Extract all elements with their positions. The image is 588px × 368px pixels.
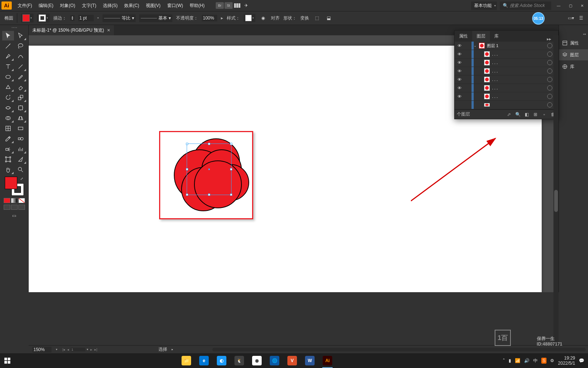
libraries-panel-tab[interactable]: 库: [559, 61, 588, 72]
zoom-input[interactable]: [32, 347, 51, 353]
shape-label[interactable]: 形状：: [283, 15, 297, 21]
maximize-button[interactable]: ▢: [566, 2, 575, 9]
tray-volume-icon[interactable]: 🔊: [524, 358, 530, 363]
tray-wifi-icon[interactable]: 📶: [515, 358, 520, 363]
tab-close-icon[interactable]: ✕: [107, 28, 110, 33]
ellipse-tool[interactable]: [2, 72, 14, 82]
menu-window[interactable]: 窗口(W): [164, 1, 186, 10]
horizontal-scrollbar[interactable]: [212, 348, 586, 351]
layer-sub-row[interactable]: 👁. . .: [455, 67, 558, 75]
prev-artboard-icon[interactable]: ◂: [67, 348, 70, 351]
visibility-toggle-icon[interactable]: 👁: [455, 60, 464, 65]
recolor-artwork-icon[interactable]: ◉: [259, 14, 267, 22]
search-stock-input[interactable]: 🔍 搜索 Adobe Stock: [500, 1, 551, 10]
isolate-icon[interactable]: ⬚: [313, 14, 321, 22]
solid-color-button[interactable]: [4, 198, 10, 203]
layer-sub-row[interactable]: 👁. . .: [455, 92, 558, 101]
panel-tab-layers[interactable]: 图层: [472, 31, 490, 42]
first-artboard-icon[interactable]: |◂: [62, 348, 66, 351]
search-layer-icon[interactable]: 🔍: [515, 112, 521, 117]
layer-sub-row[interactable]: [455, 101, 558, 109]
fill-stroke-swatches[interactable]: ⤢: [5, 177, 24, 196]
visibility-toggle-icon[interactable]: 👁: [455, 52, 464, 56]
visibility-toggle-icon[interactable]: 👁: [455, 43, 464, 48]
free-transform-tool[interactable]: [15, 103, 26, 113]
layer-sub-row[interactable]: 👁. . .: [455, 84, 558, 92]
layers-panel-tab[interactable]: 图层: [559, 49, 588, 60]
curvature-tool[interactable]: [15, 52, 26, 61]
visibility-toggle-icon[interactable]: 👁: [455, 77, 464, 82]
layer-row-top[interactable]: 👁 图层 1: [455, 42, 558, 50]
document-tab[interactable]: 未标题-1* @ 150% (RGB/GPU 预览) ✕: [29, 25, 114, 35]
opacity-input[interactable]: [202, 15, 217, 21]
stroke-stepper[interactable]: ▴▾: [70, 15, 75, 21]
menu-effect[interactable]: 效果(C): [121, 1, 142, 10]
artboard-number-input[interactable]: 1: [71, 348, 85, 351]
selection-tool[interactable]: [2, 31, 14, 40]
pen-tool[interactable]: [2, 52, 14, 61]
stock-icon[interactable]: St: [225, 2, 233, 9]
workspace-switcher[interactable]: 基本功能: [471, 1, 497, 10]
draw-inside-icon[interactable]: [18, 205, 25, 210]
screen-mode-button[interactable]: ▭: [9, 212, 19, 219]
draw-behind-icon[interactable]: [11, 205, 18, 210]
fill-swatch[interactable]: ▾: [21, 14, 33, 22]
direct-selection-tool[interactable]: [15, 31, 26, 40]
target-icon[interactable]: [547, 43, 552, 48]
menu-edit[interactable]: 编辑(E): [36, 1, 56, 10]
tray-clock[interactable]: 19:29 2022/5/1: [558, 355, 575, 366]
shape-builder-tool[interactable]: [2, 113, 14, 123]
next-artboard-icon[interactable]: ▸: [90, 348, 93, 351]
make-clip-mask-icon[interactable]: ◧: [524, 112, 530, 117]
style-dropdown[interactable]: ▾: [244, 14, 255, 22]
type-tool[interactable]: [2, 62, 14, 71]
paintbrush-tool[interactable]: [15, 72, 26, 82]
opacity-chevron-icon[interactable]: ▶: [221, 17, 223, 20]
menu-view[interactable]: 视图(V): [143, 1, 164, 10]
hand-tool[interactable]: [2, 165, 14, 174]
mesh-tool[interactable]: [2, 124, 14, 133]
taskbar-word-icon[interactable]: W: [302, 353, 318, 368]
eyedropper-tool[interactable]: [2, 134, 14, 144]
visibility-toggle-icon[interactable]: 👁: [455, 94, 464, 99]
align-label[interactable]: 对齐: [271, 15, 280, 21]
none-color-button[interactable]: [18, 198, 25, 203]
visibility-toggle-icon[interactable]: 👁: [455, 86, 464, 90]
visibility-toggle-icon[interactable]: 👁: [455, 69, 464, 73]
vertical-scrollbar[interactable]: [553, 35, 559, 345]
locate-object-icon[interactable]: ⬀: [506, 112, 512, 117]
draw-normal-icon[interactable]: [4, 205, 10, 210]
column-graph-tool[interactable]: [15, 144, 26, 154]
minimize-button[interactable]: —: [554, 2, 563, 9]
new-sublayer-icon[interactable]: ⊞: [533, 112, 538, 117]
line-segment-tool[interactable]: [15, 62, 26, 71]
tray-settings-icon[interactable]: ⚙: [550, 358, 554, 363]
width-profile-dropdown[interactable]: 等比▾: [103, 14, 136, 22]
layer-sub-row[interactable]: 👁. . .: [455, 50, 558, 59]
panel-menu-icon[interactable]: ☰: [577, 14, 585, 22]
properties-panel-tab[interactable]: 属性: [559, 38, 588, 49]
magic-wand-tool[interactable]: [2, 41, 14, 51]
zoom-tool[interactable]: [15, 165, 26, 174]
perspective-grid-tool[interactable]: [15, 113, 26, 123]
gradient-button[interactable]: [11, 198, 18, 203]
panel-tab-libraries[interactable]: 库: [490, 31, 503, 42]
tray-chevron-icon[interactable]: ˄: [503, 358, 505, 363]
taskbar-explorer-icon[interactable]: 📁: [178, 353, 194, 368]
taskbar-chrome-icon[interactable]: ◉: [249, 353, 265, 368]
menu-help[interactable]: 帮助(H): [187, 1, 208, 10]
tray-sogou-icon[interactable]: S: [541, 358, 546, 364]
fill-color-swatch[interactable]: [5, 177, 17, 189]
start-button[interactable]: [0, 353, 15, 368]
taskbar-illustrator-icon[interactable]: Ai: [319, 353, 336, 368]
rotate-tool[interactable]: [2, 93, 14, 102]
swap-colors-icon[interactable]: ⤢: [20, 177, 23, 181]
width-tool[interactable]: [2, 103, 14, 113]
panel-collapse-icon[interactable]: ▸▸: [547, 36, 551, 42]
shaper-tool[interactable]: [2, 82, 14, 92]
gpu-icon[interactable]: ✈: [242, 1, 250, 10]
taskbar-wps-icon[interactable]: V: [284, 353, 300, 368]
stroke-weight-input[interactable]: [78, 15, 94, 21]
transform-label[interactable]: 变换: [300, 15, 309, 21]
taskbar-app1-icon[interactable]: ◐: [214, 353, 230, 368]
